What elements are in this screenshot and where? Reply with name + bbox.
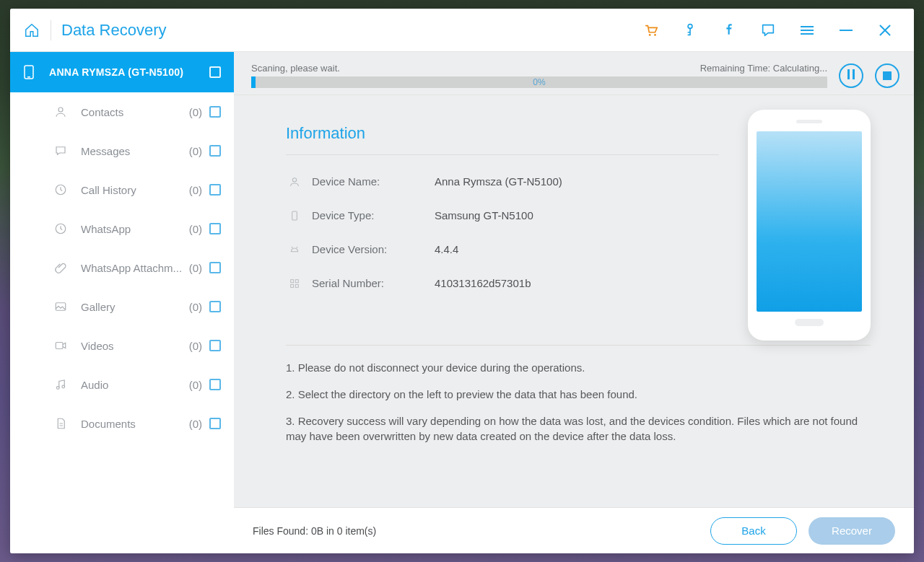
category-label: Audio	[81, 379, 186, 391]
note-2: 2. Select the directory on the left to p…	[286, 387, 871, 402]
category-checkbox[interactable]	[209, 301, 221, 312]
contacts-icon	[52, 105, 69, 118]
category-checkbox[interactable]	[209, 340, 221, 351]
progress-percent: 0%	[533, 76, 545, 88]
category-label: Call History	[81, 184, 186, 196]
category-label: Contacts	[81, 106, 186, 118]
close-icon	[879, 24, 892, 37]
svg-point-5	[58, 107, 63, 112]
svg-point-10	[56, 387, 59, 390]
category-label: WhatsApp	[81, 223, 186, 235]
scan-bar: Scaning, please wait. Remaining Time: Ca…	[234, 52, 914, 95]
category-count: (0)	[189, 223, 202, 235]
category-count: (0)	[189, 340, 202, 352]
serial-value: 410313162d57301b	[435, 277, 531, 289]
sidebar-item-contacts[interactable]: Contacts (0)	[10, 92, 234, 131]
home-button[interactable]	[17, 16, 46, 45]
qr-icon	[286, 278, 303, 289]
divider	[286, 154, 719, 155]
minimize-icon	[840, 30, 853, 31]
svg-rect-17	[295, 284, 298, 287]
pause-button[interactable]	[839, 63, 863, 88]
category-label: Gallery	[81, 301, 186, 313]
recover-button[interactable]: Recover	[808, 517, 895, 545]
pause-icon	[846, 69, 856, 82]
sidebar-item-gallery[interactable]: Gallery (0)	[10, 287, 234, 326]
videos-icon	[52, 339, 69, 352]
category-count: (0)	[189, 145, 202, 157]
device-type-value: Samsung GT-N5100	[435, 209, 533, 221]
category-checkbox[interactable]	[209, 184, 221, 196]
key-button[interactable]	[676, 16, 705, 45]
sidebar-item-messages[interactable]: Messages (0)	[10, 131, 234, 170]
device-header[interactable]: ANNA RYMSZA (GT-N5100)	[10, 52, 234, 92]
device-type-label: Device Type:	[312, 209, 435, 221]
facebook-icon	[721, 22, 737, 38]
category-label: Messages	[81, 145, 186, 157]
category-checkbox[interactable]	[209, 379, 221, 390]
titlebar-divider	[51, 20, 51, 40]
scan-status: Scaning, please wait.	[251, 63, 340, 74]
stop-button[interactable]	[875, 63, 899, 88]
svg-rect-9	[56, 343, 63, 349]
category-count: (0)	[189, 418, 202, 430]
serial-label: Serial Number:	[312, 277, 435, 289]
device-version-label: Device Version:	[312, 243, 435, 255]
cart-button[interactable]	[637, 16, 666, 45]
files-found-status: Files Found: 0B in 0 item(s)	[253, 525, 376, 537]
chat-icon	[760, 22, 776, 38]
phone-illustration	[748, 110, 871, 341]
app-title: Data Recovery	[61, 21, 167, 40]
device-checkbox[interactable]	[209, 66, 221, 78]
sidebar-item-documents[interactable]: Documents (0)	[10, 404, 234, 443]
gallery-icon	[52, 300, 69, 313]
note-3: 3. Recovery success will vary depending …	[286, 413, 871, 444]
sidebar-item-videos[interactable]: Videos (0)	[10, 326, 234, 365]
sidebar-item-audio[interactable]: Audio (0)	[10, 365, 234, 404]
app-window: Data Recovery	[10, 9, 914, 553]
cart-icon	[643, 22, 659, 38]
category-label: WhatsApp Attachm...	[81, 262, 186, 274]
audio-icon	[52, 378, 69, 391]
menu-button[interactable]	[793, 16, 821, 45]
android-icon	[286, 244, 303, 255]
menu-icon	[801, 24, 814, 37]
svg-point-12	[292, 177, 296, 181]
category-checkbox[interactable]	[209, 106, 221, 118]
svg-rect-16	[291, 284, 294, 287]
titlebar: Data Recovery	[10, 9, 914, 52]
footer: Files Found: 0B in 0 item(s) Back Recove…	[234, 507, 914, 553]
category-count: (0)	[189, 262, 202, 274]
minimize-button[interactable]	[832, 16, 860, 45]
category-checkbox[interactable]	[209, 418, 221, 429]
phone-icon	[20, 65, 38, 79]
sidebar-item-waattach[interactable]: WhatsApp Attachm... (0)	[10, 248, 234, 287]
progress-fill	[251, 76, 256, 88]
facebook-button[interactable]	[715, 16, 744, 45]
category-label: Videos	[81, 340, 186, 352]
category-count: (0)	[189, 301, 202, 313]
svg-rect-4	[27, 76, 30, 78]
scan-remaining: Remaining Time: Calculating...	[700, 63, 827, 74]
category-checkbox[interactable]	[209, 262, 221, 273]
category-checkbox[interactable]	[209, 145, 221, 157]
feedback-button[interactable]	[754, 16, 783, 45]
sidebar-item-callhistory[interactable]: Call History (0)	[10, 170, 234, 209]
callhistory-icon	[52, 183, 69, 196]
svg-rect-15	[295, 279, 298, 282]
device-version-value: 4.4.4	[435, 243, 458, 255]
svg-rect-14	[291, 279, 294, 282]
back-button[interactable]: Back	[710, 517, 797, 545]
category-checkbox[interactable]	[209, 223, 221, 234]
messages-icon	[52, 144, 69, 157]
sidebar: ANNA RYMSZA (GT-N5100) Contacts (0) Mess…	[10, 52, 234, 553]
svg-rect-13	[292, 211, 297, 220]
svg-point-11	[62, 385, 65, 388]
sidebar-item-whatsapp[interactable]: WhatsApp (0)	[10, 209, 234, 248]
notes: 1. Please do not disconnect your device …	[286, 360, 871, 444]
documents-icon	[52, 417, 69, 430]
divider	[286, 345, 871, 346]
note-1: 1. Please do not disconnect your device …	[286, 360, 871, 375]
phone-small-icon	[286, 210, 303, 221]
close-button[interactable]	[871, 16, 899, 45]
